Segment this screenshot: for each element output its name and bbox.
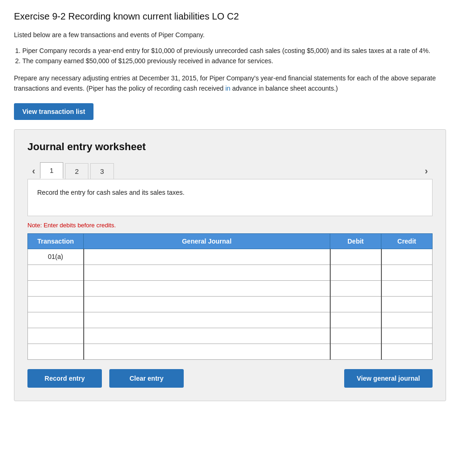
input-credit-4[interactable] [382,312,433,328]
cell-general-5[interactable] [84,328,330,344]
input-general-0[interactable] [84,249,330,264]
input-credit-0[interactable] [382,249,433,264]
table-row [28,312,433,328]
cell-credit-0[interactable] [381,249,433,264]
description-box: Record the entry for cash sales and its … [27,179,433,216]
cell-general-1[interactable] [84,264,330,280]
transaction-item-1: Piper Company records a year-end entry f… [22,46,446,56]
note-text: Note: Enter debits before credits. [27,222,433,229]
cell-general-4[interactable] [84,312,330,328]
input-debit-0[interactable] [331,249,381,264]
input-general-6[interactable] [84,344,330,359]
cell-debit-3[interactable] [330,296,381,312]
prepare-text: Prepare any necessary adjusting entries … [14,73,446,94]
input-general-4[interactable] [84,312,330,328]
input-debit-4[interactable] [331,312,381,328]
cell-debit-1[interactable] [330,264,381,280]
intro-text: Listed below are a few transactions and … [14,30,446,40]
cell-debit-5[interactable] [330,328,381,344]
input-debit-5[interactable] [331,328,381,344]
input-debit-3[interactable] [331,297,381,312]
cell-transaction-6 [28,344,84,359]
tabs-row: ‹ 1 2 3 › [27,162,433,179]
cell-transaction-1 [28,264,84,280]
cell-transaction-4 [28,312,84,328]
transaction-item-2: The company earned $50,000 of $125,000 p… [22,56,446,66]
cell-credit-5[interactable] [381,328,433,344]
cell-debit-6[interactable] [330,344,381,359]
tab-prev-arrow[interactable]: ‹ [27,163,40,179]
cell-credit-2[interactable] [381,280,433,296]
table-row [28,264,433,280]
transactions-list: Piper Company records a year-end entry f… [22,46,446,66]
input-credit-6[interactable] [382,344,433,359]
cell-credit-1[interactable] [381,264,433,280]
input-general-3[interactable] [84,297,330,312]
highlight-in: in [225,85,230,92]
input-credit-1[interactable] [382,265,433,280]
input-general-1[interactable] [84,265,330,280]
tab-2[interactable]: 2 [65,163,88,179]
cell-credit-6[interactable] [381,344,433,359]
table-row [28,328,433,344]
col-header-credit: Credit [381,233,433,249]
input-debit-6[interactable] [331,344,381,359]
input-credit-3[interactable] [382,297,433,312]
cell-general-3[interactable] [84,296,330,312]
table-row [28,296,433,312]
clear-entry-button[interactable]: Clear entry [109,369,184,388]
cell-transaction-2 [28,280,84,296]
table-row [28,280,433,296]
cell-debit-4[interactable] [330,312,381,328]
journal-table: Transaction General Journal Debit Credit… [27,233,433,360]
tab-1[interactable]: 1 [40,162,63,179]
bottom-buttons: Record entry Clear entry View general jo… [27,369,433,388]
table-row [28,344,433,359]
cell-transaction-0: 01(a) [28,249,84,264]
input-general-2[interactable] [84,281,330,296]
input-debit-1[interactable] [331,265,381,280]
col-header-general: General Journal [84,233,330,249]
tab-3[interactable]: 3 [90,163,113,179]
cell-credit-4[interactable] [381,312,433,328]
input-debit-2[interactable] [331,281,381,296]
input-credit-5[interactable] [382,328,433,344]
tab-next-arrow[interactable]: › [420,163,433,179]
record-entry-button[interactable]: Record entry [27,369,102,388]
view-general-journal-button[interactable]: View general journal [344,369,433,388]
table-row: 01(a) [28,249,433,264]
cell-general-2[interactable] [84,280,330,296]
cell-debit-0[interactable] [330,249,381,264]
col-header-transaction: Transaction [28,233,84,249]
cell-general-6[interactable] [84,344,330,359]
cell-transaction-5 [28,328,84,344]
worksheet-container: Journal entry worksheet ‹ 1 2 3 › Record… [14,129,446,401]
cell-credit-3[interactable] [381,296,433,312]
worksheet-title: Journal entry worksheet [27,141,433,153]
cell-debit-2[interactable] [330,280,381,296]
page-title: Exercise 9-2 Recording known current lia… [14,11,446,22]
input-general-5[interactable] [84,328,330,344]
cell-general-0[interactable] [84,249,330,264]
description-text: Record the entry for cash sales and its … [37,189,185,196]
view-transaction-button[interactable]: View transaction list [14,103,93,120]
col-header-debit: Debit [330,233,381,249]
input-credit-2[interactable] [382,281,433,296]
cell-transaction-3 [28,296,84,312]
